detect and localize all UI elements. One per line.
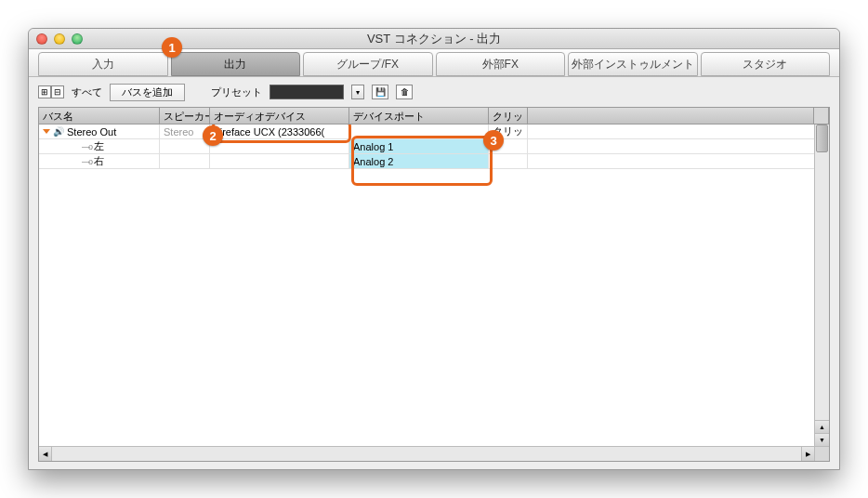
scroll-right-button[interactable]: ▶: [801, 447, 814, 461]
table-body: 🔊 Stereo Out Stereo Fireface UCX (233306…: [39, 124, 829, 461]
disclosure-icon[interactable]: [43, 129, 50, 134]
preset-select[interactable]: [270, 85, 344, 99]
expand-all-button[interactable]: ⊞: [38, 85, 51, 98]
scroll-up-button[interactable]: ▲: [815, 420, 829, 433]
cell-port[interactable]: Analog 1: [349, 139, 489, 153]
tab-external-instrument[interactable]: 外部インストゥルメント: [568, 52, 698, 76]
vst-connections-window: VST コネクション - 出力 入力 出力 グループ/FX 外部FX 外部インス…: [28, 28, 840, 470]
bus-table: バス名 スピーカー オーディオデバイス デバイスポート クリッ 🔊 Stereo…: [38, 107, 830, 462]
collapse-all-button[interactable]: ⊟: [51, 85, 64, 98]
scroll-left-button[interactable]: ◀: [39, 447, 52, 461]
toolbar: ⊞ ⊟ すべて バスを追加 プリセット ▾ 💾 🗑: [29, 81, 839, 103]
channel-name: 右: [94, 154, 104, 168]
preset-label: プリセット: [211, 85, 262, 99]
bus-name: Stereo Out: [67, 126, 116, 138]
callout-badge-2: 2: [203, 125, 223, 146]
table-row[interactable]: ―o 左 Analog 1: [39, 139, 829, 154]
add-bus-button[interactable]: バスを追加: [110, 84, 185, 101]
titlebar: VST コネクション - 出力: [29, 29, 839, 49]
table-row[interactable]: 🔊 Stereo Out Stereo Fireface UCX (233306…: [39, 124, 829, 139]
cell-fill: [528, 139, 829, 153]
cell-fill: [528, 154, 829, 168]
callout-badge-3: 3: [483, 130, 504, 151]
cell-fill: [528, 124, 829, 138]
cell-port[interactable]: Analog 2: [349, 154, 489, 168]
port-icon: ―o: [82, 157, 91, 166]
table-header: バス名 スピーカー オーディオデバイス デバイスポート クリッ: [39, 108, 829, 124]
col-header-bus[interactable]: バス名: [39, 108, 160, 124]
port-icon: ―o: [82, 142, 91, 151]
col-header-fill: [528, 108, 814, 124]
col-header-scroll-spacer: [814, 108, 829, 124]
tab-output[interactable]: 出力: [171, 52, 301, 76]
cell-device: [210, 139, 349, 153]
callout-badge-1: 1: [162, 37, 182, 58]
cell-speaker: [160, 139, 210, 153]
expand-collapse-group: ⊞ ⊟: [38, 85, 64, 98]
tab-studio[interactable]: スタジオ: [701, 52, 831, 76]
tab-external-fx[interactable]: 外部FX: [436, 52, 566, 76]
col-header-device[interactable]: オーディオデバイス: [210, 108, 349, 124]
cell-bus[interactable]: ―o 左: [39, 139, 160, 153]
col-header-speaker[interactable]: スピーカー: [160, 108, 210, 124]
all-label: すべて: [72, 85, 102, 99]
cell-device: [210, 154, 349, 168]
table-row[interactable]: ―o 右 Analog 2: [39, 154, 829, 169]
window-title: VST コネクション - 出力: [29, 31, 839, 47]
speaker-icon: 🔊: [53, 126, 64, 137]
preset-dropdown-button[interactable]: ▾: [351, 85, 364, 99]
scrollbar-thumb[interactable]: [816, 124, 828, 152]
channel-name: 左: [94, 139, 104, 153]
cell-speaker: [160, 154, 210, 168]
cell-port[interactable]: [349, 124, 489, 138]
tab-group-fx[interactable]: グループ/FX: [303, 52, 433, 76]
col-header-port[interactable]: デバイスポート: [349, 108, 489, 124]
col-header-click[interactable]: クリッ: [489, 108, 528, 124]
save-preset-button[interactable]: 💾: [372, 85, 388, 99]
tabbar: 入力 出力 グループ/FX 外部FX 外部インストゥルメント スタジオ 1: [29, 49, 839, 77]
delete-preset-button[interactable]: 🗑: [396, 85, 413, 99]
cell-bus[interactable]: 🔊 Stereo Out: [39, 124, 160, 138]
scrollbar-corner: [814, 446, 829, 461]
horizontal-scrollbar[interactable]: ◀ ▶: [39, 446, 814, 461]
vertical-scrollbar[interactable]: ▲ ▼: [814, 124, 829, 446]
tab-input[interactable]: 入力: [38, 52, 168, 76]
cell-device[interactable]: Fireface UCX (2333066(: [210, 124, 349, 138]
cell-bus[interactable]: ―o 右: [39, 154, 160, 168]
cell-click: [489, 154, 528, 168]
scroll-down-button[interactable]: ▼: [815, 433, 829, 446]
